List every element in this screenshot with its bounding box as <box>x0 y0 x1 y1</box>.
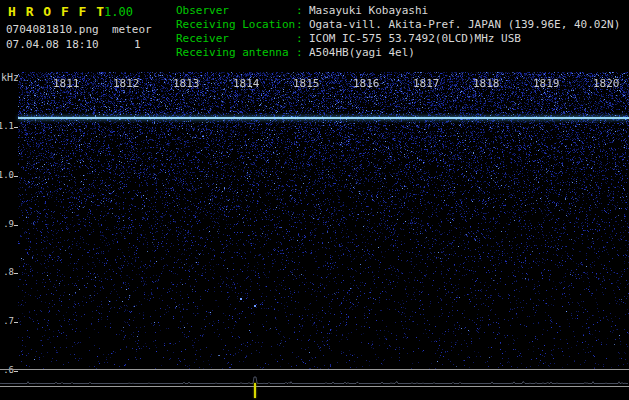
info-value: Masayuki Kobayashi <box>309 4 428 18</box>
signal-strength-strip <box>0 370 629 386</box>
app-title: H R O F F T <box>8 4 105 19</box>
frequency-axis: kHz 1.11.0.9.8.7.6 <box>0 72 18 400</box>
output-filename: 0704081810.png <box>6 23 99 36</box>
strip-bottom-line <box>0 386 629 387</box>
info-separator: : <box>296 4 309 18</box>
spectrogram-plot: 1811181218131814181518161817181818191820 <box>18 72 629 369</box>
frequency-unit-label: kHz <box>1 72 19 83</box>
time-tick-label: 1817 <box>413 77 440 90</box>
info-label: Receiver <box>176 32 296 46</box>
datetime-label: 07.04.08 18:10 <box>6 38 99 51</box>
info-label: Observer <box>176 4 296 18</box>
info-label: Receiving antenna <box>176 46 296 60</box>
info-value: Ogata-vill. Akita-Pref. JAPAN (139.96E, … <box>309 18 620 32</box>
time-tick-label: 1820 <box>593 77 620 90</box>
app-version: 1.00 <box>104 5 133 19</box>
time-tick-label: 1816 <box>353 77 380 90</box>
time-tick-label: 1818 <box>473 77 500 90</box>
freq-tick-label: .7 <box>3 316 14 326</box>
time-tick-label: 1811 <box>53 77 80 90</box>
info-row-antenna: Receiving antenna : A504HB(yagi 4el) <box>176 46 620 60</box>
time-tick-label: 1812 <box>113 77 140 90</box>
hrofft-screen: H R O F F T 1.00 0704081810.png meteor 0… <box>0 0 629 400</box>
time-tick-label: 1813 <box>173 77 200 90</box>
time-tick-label: 1819 <box>533 77 560 90</box>
mode-label: meteor <box>112 23 152 36</box>
info-row-receiver: Receiver : ICOM IC-575 53.7492(0LCD)MHz … <box>176 32 620 46</box>
time-tick-label: 1814 <box>233 77 260 90</box>
info-row-observer: Observer : Masayuki Kobayashi <box>176 4 620 18</box>
meteor-event-marker <box>254 383 256 398</box>
observer-info-block: Observer : Masayuki Kobayashi Receiving … <box>176 4 620 60</box>
meteor-count: 1 <box>134 38 141 51</box>
time-tick-label: 1815 <box>293 77 320 90</box>
info-separator: : <box>296 46 309 60</box>
info-row-location: Receiving Location : Ogata-vill. Akita-P… <box>176 18 620 32</box>
info-separator: : <box>296 32 309 46</box>
carrier-line <box>18 117 629 119</box>
info-value: ICOM IC-575 53.7492(0LCD)MHz USB <box>309 32 521 46</box>
freq-tick-label: .9 <box>3 219 14 229</box>
info-separator: : <box>296 18 309 32</box>
freq-tick-label: 1.1 <box>0 121 14 131</box>
info-label: Receiving Location <box>176 18 296 32</box>
freq-tick-label: .8 <box>3 267 14 277</box>
freq-tick-label: 1.0 <box>0 170 14 180</box>
info-value: A504HB(yagi 4el) <box>309 46 415 60</box>
